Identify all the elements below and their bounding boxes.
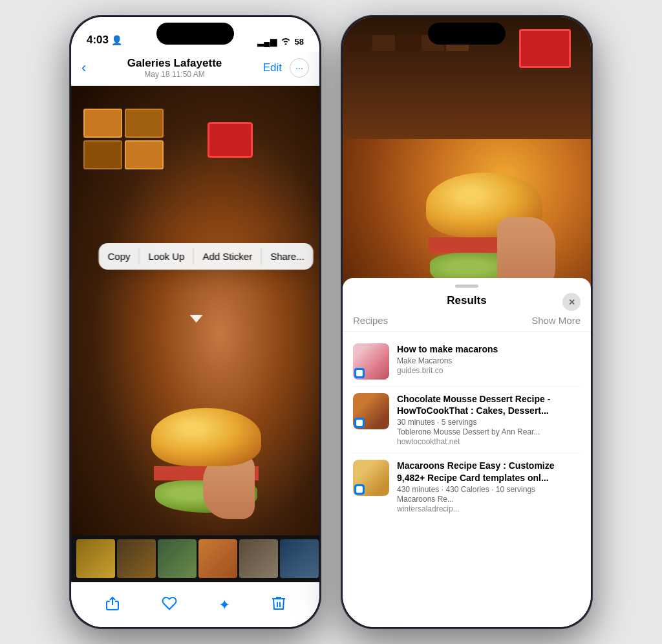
- filter-row: Recipes Show More: [343, 312, 591, 332]
- share-toolbar-icon[interactable]: [105, 596, 120, 615]
- sheet-handle: [455, 284, 478, 288]
- time-display: 4:03: [87, 34, 109, 47]
- results-list: How to make macarons Make Macarons guide…: [343, 332, 591, 627]
- result-content-1: How to make macarons Make Macarons guide…: [397, 343, 581, 375]
- result-url-2: howtocookthat.net: [397, 437, 581, 446]
- result-item-3[interactable]: Macaroons Recipe Easy : Customize 9,482+…: [343, 453, 591, 519]
- background-boxes: [83, 109, 180, 169]
- nav-title-group: Galeries Lafayette May 18 11:50 AM: [127, 57, 222, 79]
- source-badge-3: [354, 484, 365, 495]
- share-button[interactable]: Share...: [261, 243, 314, 270]
- look-up-button[interactable]: Look Up: [140, 243, 194, 270]
- result-title-3: Macaroons Recipe Easy : Customize 9,482+…: [397, 460, 581, 483]
- more-icon: ···: [295, 63, 303, 73]
- photo-strip: [71, 535, 319, 582]
- show-more-button[interactable]: Show More: [531, 315, 581, 326]
- wifi-icon: [281, 37, 291, 47]
- right-photo-bg: [343, 17, 591, 288]
- more-button[interactable]: ···: [290, 58, 309, 78]
- copy-button[interactable]: Copy: [99, 243, 140, 270]
- red-box: [208, 122, 253, 158]
- context-menu: Copy Look Up Add Sticker Share...: [99, 243, 314, 270]
- edit-button[interactable]: Edit: [263, 61, 282, 74]
- result-url-1: guides.brit.co: [397, 366, 581, 375]
- close-icon: ✕: [568, 297, 575, 307]
- dynamic-island-right: [428, 23, 506, 45]
- magic-edit-icon[interactable]: ✦: [219, 597, 230, 614]
- result-subtitle-3: 430 minutes · 430 Calories · 10 servings: [397, 485, 581, 494]
- photo-background: Copy Look Up Add Sticker Share...: [71, 86, 319, 535]
- left-phone: 4:03 👤 ▂▄▆ 58 ‹ Galeries Lafayette May 1…: [69, 15, 321, 629]
- battery-level: 58: [295, 37, 304, 47]
- heart-icon[interactable]: [162, 596, 177, 615]
- result-thumb-2: [353, 393, 389, 429]
- nav-title: Galeries Lafayette: [127, 57, 222, 70]
- back-button[interactable]: ‹: [81, 59, 86, 76]
- sheet-title: Results: [447, 294, 486, 307]
- source-badge-2: [354, 418, 365, 428]
- strip-photo-4[interactable]: [198, 539, 237, 578]
- person-icon: 👤: [111, 35, 122, 45]
- trash-icon[interactable]: [272, 596, 286, 615]
- right-phone: Results ✕ Recipes Show More: [341, 15, 593, 629]
- nav-subtitle: May 18 11:50 AM: [127, 70, 222, 79]
- result-item-1[interactable]: How to make macarons Make Macarons guide…: [343, 337, 591, 386]
- result-thumb-3: [353, 460, 389, 496]
- result-url-3: wintersaladrecip...: [397, 504, 581, 513]
- result-title-2: Chocolate Mousse Dessert Recipe - HowToC…: [397, 393, 581, 416]
- result-content-2: Chocolate Mousse Dessert Recipe - HowToC…: [397, 393, 581, 446]
- nav-bar: ‹ Galeries Lafayette May 18 11:50 AM Edi…: [71, 52, 319, 86]
- dynamic-island: [156, 23, 234, 45]
- signal-icon: ▂▄▆: [257, 37, 276, 47]
- strip-photo-3[interactable]: [158, 539, 197, 578]
- close-button[interactable]: ✕: [562, 293, 581, 311]
- result-thumb-1: [353, 343, 389, 380]
- result-title-1: How to make macarons: [397, 343, 581, 355]
- result-subtitle-1: Make Macarons: [397, 356, 581, 365]
- filter-label[interactable]: Recipes: [353, 315, 388, 326]
- macaron-hand: [151, 408, 261, 513]
- source-badge-1: [354, 368, 365, 378]
- result-extra-3: Macaroons Re...: [397, 495, 581, 504]
- battery-icon: 58: [295, 37, 304, 47]
- strip-photo-6[interactable]: [280, 539, 319, 578]
- menu-pointer: [190, 315, 203, 323]
- strip-photo-5[interactable]: [239, 539, 278, 578]
- result-subtitle-2: 30 minutes · 5 servings: [397, 418, 581, 427]
- strip-photo-2[interactable]: [117, 539, 156, 578]
- nav-actions: Edit ···: [263, 58, 309, 78]
- results-sheet: Results ✕ Recipes Show More: [343, 278, 591, 627]
- bottom-toolbar: ✦: [71, 582, 319, 627]
- right-macaron-hand: [426, 173, 542, 288]
- result-extra-2: Toblerone Mousse Dessert by Ann Rear...: [397, 427, 581, 436]
- result-item-2[interactable]: Chocolate Mousse Dessert Recipe - HowToC…: [343, 387, 591, 453]
- strip-photo-1[interactable]: [76, 539, 115, 578]
- photo-area: Copy Look Up Add Sticker Share...: [71, 86, 319, 535]
- add-sticker-button[interactable]: Add Sticker: [193, 243, 261, 270]
- status-time: 4:03 👤: [87, 34, 122, 47]
- right-photo-area: [343, 17, 591, 288]
- status-icons: ▂▄▆ 58: [257, 37, 304, 47]
- sheet-header: Results ✕: [343, 292, 591, 312]
- result-content-3: Macaroons Recipe Easy : Customize 9,482+…: [397, 460, 581, 513]
